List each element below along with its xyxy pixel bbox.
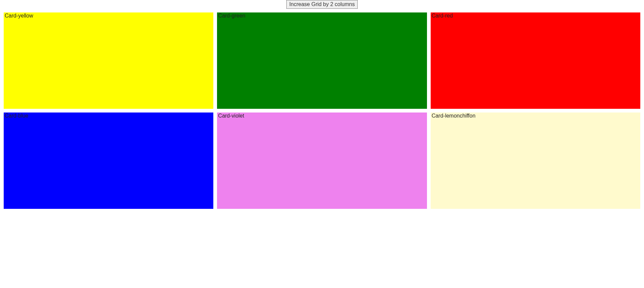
card-violet: Card-violet (217, 113, 427, 209)
card-red: Card-red (431, 12, 640, 109)
card-blue: Card-blue (4, 113, 213, 209)
card-lemonchiffon: Card-lemonchiffon (431, 113, 640, 209)
card-yellow: Card-yellow (4, 12, 213, 109)
increase-grid-button[interactable]: Increase Grid by 2 columns (286, 0, 358, 9)
top-bar: Increase Grid by 2 columns (0, 0, 644, 9)
card-grid: Card-yellow Card-green Card-red Card-blu… (0, 9, 644, 213)
card-green: Card-green (217, 12, 427, 109)
